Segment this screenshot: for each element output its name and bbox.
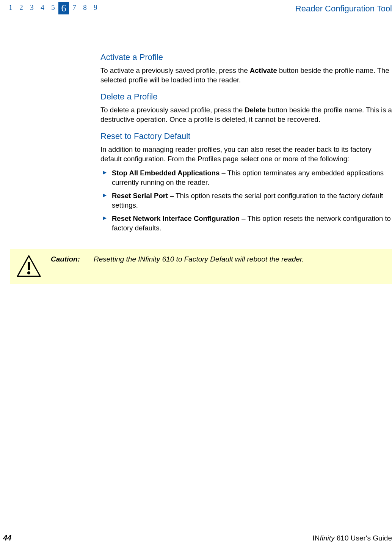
heading-delete-profile: Delete a Profile [100, 92, 392, 102]
caution-callout: Caution: Resetting the INfinity 610 to F… [10, 249, 392, 284]
page-footer: 44 INfinity 610 User's Guide [0, 534, 392, 542]
chapter-link-4[interactable]: 4 [37, 2, 48, 14]
chapter-navigation: 1 2 3 4 5 6 7 8 9 [5, 2, 101, 14]
page-header: 1 2 3 4 5 6 7 8 9 Reader Configuration T… [0, 0, 392, 14]
list-item: Stop All Embedded Applications – This op… [100, 169, 392, 187]
footer-title: INfinity 610 User's Guide [312, 534, 392, 542]
chapter-link-9[interactable]: 9 [90, 2, 101, 14]
text-activate-profile: To activate a previously saved profile, … [100, 66, 392, 85]
caution-icon [17, 255, 41, 277]
chapter-link-2[interactable]: 2 [16, 2, 27, 14]
chapter-current: 6 [58, 2, 69, 14]
list-item: Reset Network Interface Configuration – … [100, 214, 392, 233]
caution-label: Caution: [49, 254, 80, 263]
caution-text: Resetting the INfinity 610 to Factory De… [88, 254, 304, 263]
heading-reset-factory: Reset to Factory Default [100, 131, 392, 141]
bullet-arrow-icon [102, 216, 107, 221]
chapter-link-3[interactable]: 3 [27, 2, 37, 14]
bullet-arrow-icon [102, 170, 107, 175]
header-title: Reader Configuration Tool [295, 2, 392, 14]
main-content: Activate a Profile To activate a previou… [0, 14, 392, 233]
svg-point-1 [27, 271, 30, 274]
chapter-link-8[interactable]: 8 [80, 2, 90, 14]
page-number: 44 [3, 534, 11, 542]
svg-rect-0 [28, 262, 30, 270]
bullet-arrow-icon [102, 193, 107, 198]
chapter-link-5[interactable]: 5 [48, 2, 58, 14]
chapter-link-1[interactable]: 1 [5, 2, 16, 14]
list-item: Reset Serial Port – This option resets t… [100, 191, 392, 210]
reset-options-list: Stop All Embedded Applications – This op… [100, 169, 392, 233]
chapter-link-7[interactable]: 7 [69, 2, 80, 14]
text-reset-intro: In addition to managing reader profiles,… [100, 145, 392, 164]
text-delete-profile: To delete a previously saved profile, pr… [100, 106, 392, 124]
heading-activate-profile: Activate a Profile [100, 52, 392, 62]
